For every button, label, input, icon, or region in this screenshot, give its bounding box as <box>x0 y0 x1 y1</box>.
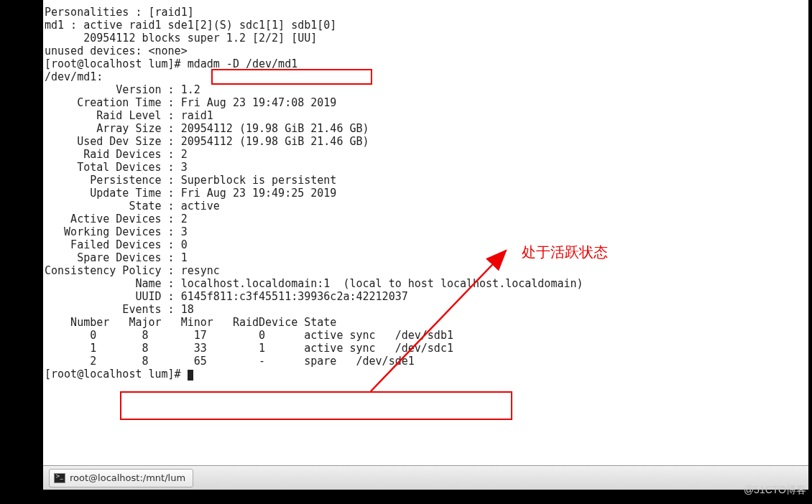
terminal-line: /dev/md1: <box>45 70 808 83</box>
terminal-line: Working Devices : 3 <box>45 225 808 238</box>
watermark: @51CTO博客 <box>744 484 806 497</box>
terminal-line: Failed Devices : 0 <box>45 238 808 251</box>
terminal-line: UUID : 6145f811:c3f45511:39936c2a:422120… <box>45 290 808 303</box>
terminal-line: State : active <box>45 200 808 213</box>
terminal-line: Version : 1.2 <box>45 83 808 96</box>
terminal-line: Array Size : 20954112 (19.98 GiB 21.46 G… <box>45 122 808 135</box>
terminal-line: 20954112 blocks super 1.2 [2/2] [UU] <box>45 32 808 45</box>
terminal-line: Update Time : Fri Aug 23 19:49:25 2019 <box>45 187 808 200</box>
annotation-text: 处于活跃状态 <box>522 243 608 262</box>
taskbar-item-terminal[interactable]: root@localhost:/mnt/lum <box>49 469 193 487</box>
terminal-line: md1 : active raid1 sde1[2](S) sdc1[1] sd… <box>45 19 808 32</box>
terminal-line: unused devices: <none> <box>45 45 808 57</box>
taskbar: root@localhost:/mnt/lum <box>43 465 808 490</box>
terminal-line: [root@localhost lum]# mdadm -D /dev/md1 <box>45 57 808 70</box>
taskbar-item-label: root@localhost:/mnt/lum <box>70 472 185 483</box>
terminal-line: Used Dev Size : 20954112 (19.98 GiB 21.4… <box>45 135 808 148</box>
terminal-line: Spare Devices : 1 <box>45 251 808 264</box>
terminal-line: 2 8 65 - spare /dev/sde1 <box>45 355 808 368</box>
terminal-line: Consistency Policy : resync <box>45 264 808 277</box>
terminal-line: Raid Devices : 2 <box>45 148 808 161</box>
terminal-line: Number Major Minor RaidDevice State <box>45 316 808 329</box>
terminal-line: Creation Time : Fri Aug 23 19:47:08 2019 <box>45 96 808 109</box>
terminal-icon <box>54 473 65 483</box>
terminal-line: Raid Level : raid1 <box>45 109 808 122</box>
terminal-line: Personalities : [raid1] <box>45 6 808 19</box>
cursor <box>188 370 193 381</box>
terminal-line: 0 8 17 0 active sync /dev/sdb1 <box>45 329 808 342</box>
terminal-line: Active Devices : 2 <box>45 213 808 225</box>
terminal-line: [root@localhost lum]# <box>45 368 808 381</box>
terminal-line: 1 8 33 1 active sync /dev/sdc1 <box>45 342 808 355</box>
terminal-line: Persistence : Superblock is persistent <box>45 174 808 187</box>
terminal-line: Name : localhost.localdomain:1 (local to… <box>45 277 808 290</box>
terminal-line: Total Devices : 3 <box>45 161 808 174</box>
terminal-output[interactable]: Personalities : [raid1]md1 : active raid… <box>43 0 808 465</box>
terminal-line: Events : 18 <box>45 303 808 316</box>
